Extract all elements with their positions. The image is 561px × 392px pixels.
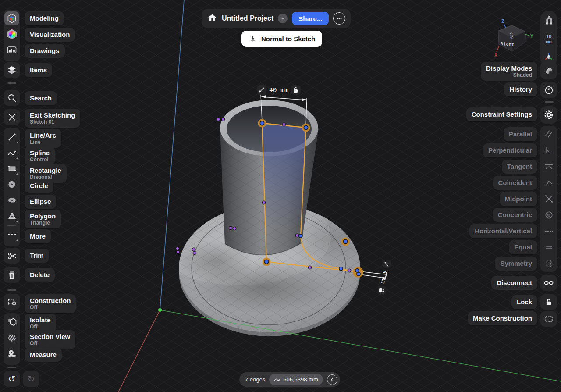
constraint-label-symmetry[interactable]: Symmetry	[495, 257, 537, 271]
normal-to-sketch-icon	[249, 34, 257, 44]
display-modes-button[interactable]	[540, 61, 557, 79]
3d-viewport[interactable]	[0, 0, 561, 392]
exit-sketching-label[interactable]: Exit SketchingSketch 01	[25, 109, 80, 128]
tool-label-circle[interactable]: Circle	[25, 179, 53, 193]
tool-label-line-arc[interactable]: Line/ArcLine	[25, 129, 61, 148]
concentric-icon	[544, 210, 554, 220]
tool-label-section-view[interactable]: Section ViewOff	[25, 330, 75, 349]
constraint-midpoint-button[interactable]	[540, 191, 557, 207]
tool-more[interactable]	[4, 227, 20, 242]
home-icon[interactable]	[207, 12, 217, 25]
total-length-pill[interactable]: 606,5398 mm	[269, 374, 323, 385]
constraint-settings-button[interactable]	[540, 106, 557, 124]
history-button[interactable]	[540, 82, 557, 98]
constraint-label-tangent[interactable]: Tangent	[502, 160, 537, 174]
tool-delete[interactable]	[4, 267, 20, 283]
resize-dimension-icon	[382, 259, 391, 269]
share-button[interactable]: Share...	[292, 12, 329, 25]
dimension-value[interactable]: 4 mm	[380, 270, 389, 284]
constraint-tangent-button[interactable]	[540, 158, 557, 175]
sketch-region-fill[interactable]	[262, 123, 306, 229]
sidebar-label-items[interactable]: Items	[25, 63, 52, 77]
constraint-parallel-button[interactable]	[540, 126, 557, 142]
dimension-40mm-label[interactable]: 40 mm	[257, 85, 301, 95]
constraint-label-coincident[interactable]: Coincident	[493, 176, 538, 190]
sidebar-label-drawings[interactable]: Drawings	[25, 44, 65, 58]
history-label[interactable]: History	[504, 82, 537, 96]
origin-point[interactable]	[158, 308, 162, 312]
exit-sketching-button[interactable]	[4, 109, 20, 125]
close-icon	[7, 113, 17, 122]
tool-label-trim[interactable]: Trim	[25, 249, 49, 263]
make-construction-button[interactable]	[540, 311, 557, 327]
constraint-horizontal-vertical-button[interactable]	[540, 223, 557, 239]
total-length-value: 606,5398 mm	[283, 376, 318, 383]
project-title[interactable]: Untitled Project	[222, 14, 273, 22]
dimension-value[interactable]: 40 mm	[269, 86, 288, 93]
tool-section-view[interactable]	[4, 330, 20, 346]
magnet-snap-icon[interactable]	[543, 14, 554, 27]
constraint-label-disconnect[interactable]: Disconnect	[491, 276, 537, 290]
tool-rectangle[interactable]	[4, 160, 20, 176]
collapse-status-button[interactable]	[327, 374, 337, 385]
tool-circle[interactable]	[4, 176, 20, 192]
sidebar-label-visualization[interactable]: Visualization	[25, 28, 75, 42]
tool-measure[interactable]	[4, 346, 20, 361]
tool-polygon[interactable]	[4, 208, 20, 224]
tool-construction[interactable]	[4, 294, 20, 310]
lock-button[interactable]	[540, 294, 557, 310]
tool-spline[interactable]	[4, 145, 20, 160]
constraint-label-lock[interactable]: Lock	[511, 295, 537, 309]
search-button[interactable]	[4, 90, 20, 106]
sidebar-divider	[7, 82, 16, 84]
constraint-label-horizontal-vertical[interactable]: Horizontal/Vertical	[469, 224, 537, 238]
lock-icon[interactable]	[291, 85, 301, 95]
display-modes-label[interactable]: Display Modes Shaded	[481, 62, 537, 81]
disconnect-button[interactable]	[540, 275, 557, 291]
constraint-label-equal[interactable]: Equal	[509, 240, 537, 254]
undo-button[interactable]: ↺	[4, 371, 20, 387]
constraint-label-make-construction[interactable]: Make Construction	[468, 311, 537, 325]
constraints-rail	[540, 126, 557, 272]
tool-label-spline[interactable]: SplineControl	[25, 146, 55, 165]
constraint-symmetry-button[interactable]	[540, 256, 557, 272]
view-cube[interactable]: Z Top Right Y X	[489, 15, 535, 57]
constraint-label-concentric[interactable]: Concentric	[493, 208, 537, 222]
constraint-equal-button[interactable]	[540, 239, 557, 256]
tool-label-delete[interactable]: Delete	[25, 268, 55, 282]
redo-button[interactable]: ↻	[23, 371, 39, 387]
constraint-concentric-button[interactable]	[540, 207, 557, 223]
more-options-button[interactable]	[333, 12, 345, 25]
tool-line-arc[interactable]	[4, 129, 20, 145]
lock-icon	[544, 297, 554, 307]
tool-label-ellipse[interactable]: Ellipse	[25, 195, 56, 209]
project-menu-button[interactable]	[278, 14, 288, 23]
search-label[interactable]: Search	[25, 91, 57, 105]
sidebar-label-modeling[interactable]: Modeling	[25, 11, 64, 25]
normal-to-sketch-button[interactable]: Normal to Sketch	[241, 31, 322, 47]
lock-icon[interactable]	[377, 285, 387, 295]
constraint-label-midpoint[interactable]: Midpoint	[500, 192, 537, 206]
more-dots-icon	[7, 229, 17, 239]
constraint-settings-label[interactable]: Constraint Settings	[466, 107, 537, 121]
app-window: 40 mm 4 mm Untitled Project Share... Nor…	[0, 0, 561, 392]
sidebar-item-visualization[interactable]	[4, 26, 20, 42]
constraint-label-parallel[interactable]: Parallel	[504, 127, 537, 141]
tool-ellipse[interactable]	[4, 192, 20, 208]
section-view-icon	[7, 333, 17, 343]
constraint-perpendicular-button[interactable]	[540, 142, 557, 158]
constraint-label-perpendicular[interactable]: Perpendicular	[483, 143, 537, 157]
tool-label-isolate[interactable]: IsolateOff	[25, 314, 56, 332]
tool-label-polygon[interactable]: PolygonTriangle	[25, 210, 61, 228]
tool-label-more[interactable]: More	[25, 229, 51, 243]
tool-label-measure[interactable]: Measure	[25, 348, 62, 362]
sidebar-item-modeling[interactable]	[4, 11, 20, 26]
tool-isolate[interactable]	[4, 314, 20, 330]
grid-snap-value[interactable]: 10 mm	[546, 34, 551, 45]
constraint-coincident-button[interactable]	[540, 175, 557, 191]
sidebar-item-items[interactable]	[4, 62, 20, 78]
chevron-down-icon	[280, 15, 286, 21]
tool-label-construction[interactable]: ConstructionOff	[25, 294, 76, 313]
tool-trim[interactable]	[4, 248, 20, 264]
sidebar-item-drawings[interactable]	[4, 42, 20, 58]
